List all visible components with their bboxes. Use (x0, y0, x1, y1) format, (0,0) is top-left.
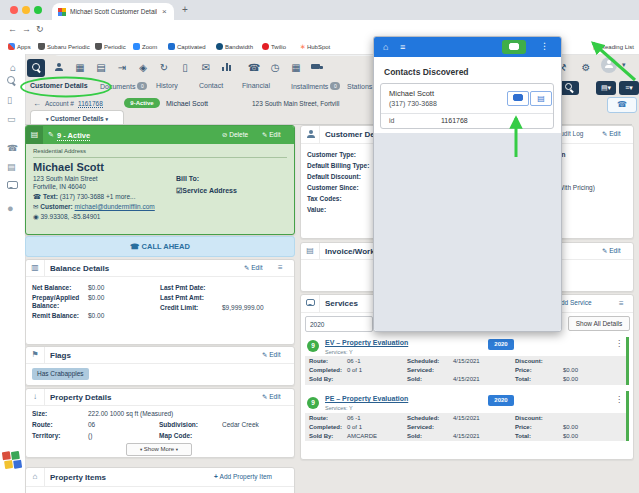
row-menu-icon[interactable]: ⋮ (615, 339, 623, 348)
mobile-icon[interactable]: ▯ (176, 59, 194, 77)
chevron-down-icon[interactable]: ▾ (622, 61, 626, 69)
text-phone-value[interactable]: (317) 730-3688 +1 more... (60, 193, 136, 200)
call-ahead-button[interactable]: ☎ CALL AHEAD (25, 236, 295, 257)
tab-close-icon[interactable]: × (162, 7, 167, 16)
tab-history[interactable]: History (156, 82, 178, 89)
book-icon[interactable]: ▤ (26, 126, 43, 144)
property-details-card: ↓Property Details ✎ Edit Size: 222.00 10… (25, 388, 295, 458)
status-card-header: ▤ ✎ 9 - Active ⊘ Delete ✎ Edit (26, 126, 294, 144)
account-number-link[interactable]: 1161768 (78, 100, 103, 108)
customer-details-edit-button[interactable]: ✎ Edit (602, 130, 620, 138)
geo-line: ◉ 39.93308, -85.84901 (33, 213, 100, 221)
back-icon[interactable]: ← (8, 24, 17, 34)
email-icon[interactable]: ✉ (197, 59, 215, 77)
bookmark-periodic[interactable]: Periodic (95, 43, 126, 50)
customer-search-icon[interactable] (7, 76, 15, 86)
minimize-window-button[interactable] (22, 6, 30, 14)
settings-gear-icon[interactable]: ⚙ (577, 59, 595, 77)
geo-coords[interactable]: 39.93308, -85.84901 (40, 213, 100, 220)
close-window-button[interactable] (10, 6, 18, 14)
new-tab-button[interactable]: + (182, 4, 188, 15)
call-button[interactable]: ☎ (607, 97, 637, 113)
tab-contact[interactable]: Contact (199, 82, 223, 89)
tab-documents[interactable]: Documents 0 (100, 82, 147, 90)
flag-chip[interactable]: Has Crabapples (32, 368, 89, 380)
bookmark-captivated[interactable]: Captivated (168, 43, 206, 50)
maximize-window-button[interactable] (34, 6, 42, 14)
truck-icon[interactable] (308, 59, 326, 77)
email-link[interactable]: michael@dundermifflin.com (75, 203, 155, 210)
popup-chat-button[interactable] (502, 40, 526, 54)
edit-button[interactable]: ✎ Edit (262, 131, 280, 139)
phone-icon: ☎ (617, 100, 627, 109)
calendar-icon[interactable]: ▦ (287, 59, 305, 77)
tab-installments[interactable]: Installments 0 (291, 82, 340, 90)
bookmark-zoom[interactable]: Zoom (133, 43, 157, 50)
bookmark-hubspot[interactable]: ∗HubSpot (300, 43, 330, 51)
reload-icon[interactable]: ↻ (36, 24, 44, 34)
calculator-icon[interactable]: ▦ (71, 59, 89, 77)
row-menu-icon[interactable]: ⋮ (615, 395, 623, 404)
map-code-label: Map Code: (159, 432, 192, 439)
bookmark-bandwidth[interactable]: Bandwidth (216, 43, 253, 50)
add-property-item-button[interactable]: + Add Property Item (214, 473, 272, 480)
phone-icon[interactable]: ☎ (245, 59, 263, 77)
year-filter-select[interactable]: 2020 (305, 316, 373, 332)
mobile-device-icon[interactable]: ▯ (7, 95, 12, 105)
reading-list-button[interactable]: ▣Reading List (593, 43, 634, 50)
clock-icon[interactable]: ◷ (266, 59, 284, 77)
service-name-link[interactable]: PE – Property Evaluation (325, 395, 408, 402)
sync-icon[interactable]: ↻ (155, 59, 173, 77)
add-customer-icon[interactable] (50, 59, 68, 77)
print-dropdown-button[interactable]: ▤▾ (596, 81, 616, 95)
user-avatar[interactable] (601, 57, 617, 73)
show-all-details-button[interactable]: Show All Details (568, 316, 630, 331)
call-log-icon[interactable]: ☎ (7, 143, 18, 153)
popup-home-icon[interactable]: ⌂ (383, 42, 388, 52)
address-line1: 123 South Main Street (33, 175, 98, 182)
flags-edit-button[interactable]: ✎ Edit (262, 351, 280, 359)
property-edit-button[interactable]: ✎ Edit (262, 393, 280, 401)
bookmark-subaru-periodic[interactable]: Subaru Periodic (38, 43, 90, 50)
services-menu-icon[interactable]: ≡ (619, 299, 624, 308)
forward-icon[interactable]: → (22, 24, 31, 34)
list-dropdown-button[interactable]: ≡▾ (619, 81, 639, 95)
prepay-balance-label: Prepay/Applied Balance: (32, 294, 84, 310)
home-icon[interactable]: ⌂ (4, 59, 22, 77)
hubspot-icon: ∗ (300, 43, 306, 50)
contact-card-button[interactable]: ▤ (530, 91, 552, 106)
bookmark-twilio[interactable]: Twilio (262, 43, 286, 50)
services-icon (301, 295, 320, 312)
property-items-card: ⌂Property Items + Add Property Item (25, 467, 295, 493)
contact-chat-button[interactable] (507, 91, 529, 106)
tab-customer-details[interactable]: Customer Details (30, 82, 88, 89)
customer-type-label: Customer Type: (307, 151, 356, 158)
popup-menu-icon[interactable]: ⋮ (540, 41, 549, 51)
search-icon[interactable] (27, 59, 45, 77)
delete-button[interactable]: ⊘ Delete (222, 131, 248, 139)
popup-list-icon[interactable]: ≡ (400, 42, 405, 52)
house-icon: ⌂ (26, 468, 45, 486)
app-sidebar: ▯ ▭ ☎ ▤ ● (0, 54, 26, 493)
tab-financial[interactable]: Financial (242, 82, 270, 89)
menu-icon[interactable]: ≡ (278, 263, 283, 272)
documents-panel-icon[interactable]: ▤ (7, 162, 16, 172)
invoice-notes-edit-button[interactable]: ✎ Edit (602, 247, 620, 255)
subdivision-label: Subdivision: (159, 421, 198, 428)
back-arrow-icon[interactable]: ← (33, 99, 41, 108)
chart-icon[interactable] (218, 59, 236, 77)
browser-tab[interactable]: Michael Scott Customer Detail × (52, 3, 174, 20)
status-label[interactable]: 9 - Active (57, 131, 90, 141)
sign-in-icon[interactable]: ⇥ (113, 59, 131, 77)
chat-panel-icon[interactable] (7, 181, 18, 191)
payment-card-icon[interactable]: ▭ (7, 114, 16, 124)
text-phone-line: ☎ Text: (317) 730-3688 +1 more... (33, 193, 135, 201)
balance-edit-button[interactable]: ✎ Edit (244, 264, 262, 272)
tag-icon[interactable]: ◈ (134, 59, 152, 77)
invoice-icon[interactable]: ▤ (92, 59, 110, 77)
notifications-icon[interactable]: ● (7, 202, 14, 214)
popup-body (374, 133, 561, 331)
bookmark-apps[interactable]: Apps (8, 43, 31, 50)
service-name-link[interactable]: EV – Property Evaluation (325, 339, 408, 346)
show-more-button[interactable]: ▾ Show More ▾ (126, 443, 192, 456)
